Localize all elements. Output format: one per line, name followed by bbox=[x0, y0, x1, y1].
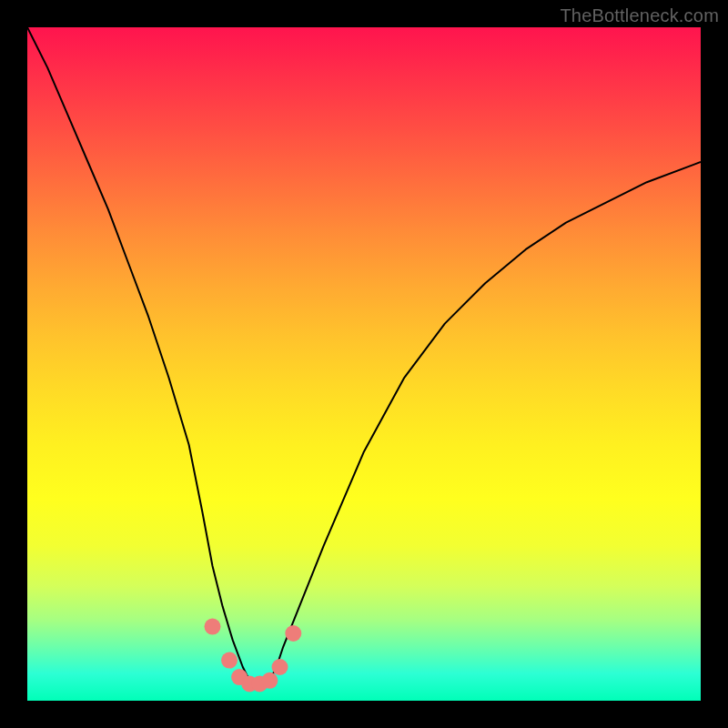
marker-point bbox=[205, 619, 221, 635]
chart-svg bbox=[27, 27, 701, 701]
marker-point bbox=[272, 659, 288, 675]
curve-path bbox=[27, 27, 701, 687]
marker-series bbox=[205, 619, 302, 693]
chart-frame: TheBottleneck.com bbox=[0, 0, 728, 728]
marker-point bbox=[261, 672, 278, 689]
marker-point bbox=[221, 652, 238, 669]
line-series bbox=[27, 27, 701, 687]
plot-area bbox=[27, 27, 701, 701]
watermark-text: TheBottleneck.com bbox=[560, 5, 719, 26]
marker-point bbox=[285, 625, 301, 642]
